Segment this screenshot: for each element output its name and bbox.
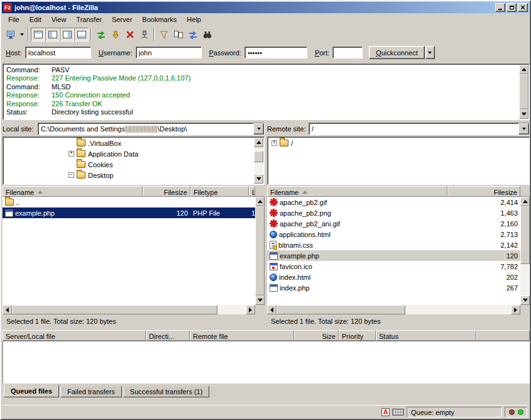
menu-edit[interactable]: Edit [25, 14, 47, 25]
password-input[interactable] [244, 47, 307, 58]
tree-item[interactable]: -Desktop [3, 170, 254, 180]
transfer-mode-icon[interactable]: A [381, 408, 390, 416]
tree-item[interactable]: .VirtualBox [3, 138, 254, 148]
toggle-message-log-button[interactable] [31, 28, 45, 41]
scroll-thumb[interactable] [520, 206, 530, 264]
column-header-filename[interactable]: Filename [3, 186, 143, 197]
table-row[interactable]: .. [3, 197, 255, 207]
scroll-up-button[interactable] [520, 197, 530, 206]
menu-view[interactable]: View [47, 14, 72, 25]
menu-transfer[interactable]: Transfer [71, 14, 107, 25]
table-row[interactable]: index.php 267 [267, 282, 520, 293]
queue-column-priority[interactable]: Priority [339, 330, 376, 341]
table-row[interactable]: apache_pb2.png 1,463 [267, 207, 520, 218]
quickconnect-button[interactable]: Quickconnect [369, 46, 425, 59]
toggle-local-tree-button[interactable] [45, 28, 60, 41]
menu-server[interactable]: Server [107, 14, 137, 25]
table-row[interactable]: applications.html 2,713 [267, 229, 520, 240]
queue-column-server-local-file[interactable]: Server/Local file [3, 330, 146, 341]
scroll-thumb[interactable] [276, 305, 405, 314]
scroll-down-button[interactable] [255, 296, 265, 305]
tree-item[interactable]: +Application Data [3, 148, 254, 159]
remote-site-dropdown-button[interactable] [518, 123, 529, 135]
queue-column-remote-file[interactable]: Remote file [190, 330, 294, 341]
disconnect-button[interactable] [137, 28, 151, 41]
queue-column-status[interactable]: Status [376, 330, 476, 341]
scroll-left-button[interactable] [267, 305, 276, 314]
scroll-down-button[interactable] [519, 109, 528, 119]
remote-list-vscrollbar[interactable] [520, 197, 530, 305]
table-row-selected[interactable]: example.php 120 [267, 250, 520, 261]
local-list-hscrollbar[interactable] [3, 305, 255, 314]
scroll-thumb[interactable] [519, 74, 528, 109]
quickconnect-dropdown-button[interactable] [425, 46, 435, 59]
username-input[interactable] [136, 47, 202, 58]
scroll-track[interactable] [276, 305, 511, 314]
host-input[interactable] [25, 47, 91, 58]
tab-successful-transfers[interactable]: Successful transfers (1) [123, 386, 210, 397]
menu-help[interactable]: Help [182, 14, 206, 25]
column-header-last-modified[interactable]: L [249, 186, 255, 197]
table-row[interactable]: index.html 202 [267, 272, 520, 282]
column-header-filesize[interactable]: Filesize [143, 186, 190, 197]
local-site-dropdown-button[interactable] [253, 123, 264, 135]
scroll-track[interactable] [255, 206, 265, 296]
tree-expander[interactable]: - [68, 172, 74, 178]
compare-directories-button[interactable] [171, 28, 185, 41]
maximize-button[interactable] [506, 3, 517, 12]
queue-column-size[interactable]: Size [294, 330, 339, 341]
tab-queued-files[interactable]: Queued files [4, 385, 59, 397]
scroll-down-button[interactable] [520, 296, 530, 305]
scroll-right-button[interactable] [511, 305, 520, 314]
menu-bookmarks[interactable]: Bookmarks [137, 14, 182, 25]
column-header-filetype[interactable]: Filetype [190, 186, 249, 197]
filter-button[interactable] [156, 28, 171, 41]
local-site-combobox[interactable]: C:\Documents and Settings\Desktop\ [38, 123, 265, 135]
scroll-thumb[interactable] [254, 151, 263, 162]
remote-site-combobox[interactable]: / [309, 123, 530, 135]
table-row-selected[interactable]: example.php 120 PHP File 1 [3, 207, 255, 218]
site-manager-dropdown-button[interactable] [18, 28, 26, 41]
minimize-button[interactable] [495, 3, 505, 12]
scroll-track[interactable] [254, 147, 263, 174]
scroll-up-button[interactable] [255, 197, 265, 206]
table-row[interactable]: apache_pb2_ani.gif 2,160 [267, 218, 520, 229]
tree-item[interactable]: +/ [268, 138, 528, 148]
close-button[interactable]: × [518, 3, 528, 12]
process-queue-button[interactable] [108, 28, 123, 41]
tree-item[interactable]: Cookies [3, 159, 254, 170]
column-header-filesize[interactable]: Filesize [447, 186, 520, 197]
table-row[interactable]: favicon.ico 7,782 [267, 261, 520, 272]
scroll-track[interactable] [12, 305, 246, 314]
local-list-vscrollbar[interactable] [255, 197, 265, 305]
table-row[interactable]: apache_pb2.gif 2,414 [267, 197, 520, 207]
remote-list-hscrollbar[interactable] [267, 305, 520, 314]
scroll-thumb[interactable] [12, 305, 217, 314]
table-row[interactable]: bitnami.css 2,142 [267, 240, 520, 250]
menu-file[interactable]: File [3, 14, 25, 25]
scroll-up-button[interactable] [254, 138, 263, 147]
toggle-remote-tree-button[interactable] [60, 28, 74, 41]
scroll-left-button[interactable] [3, 305, 12, 314]
port-input[interactable] [332, 47, 363, 58]
site-manager-button[interactable] [4, 28, 18, 41]
tab-failed-transfers[interactable]: Failed transfers [60, 386, 122, 397]
cancel-button[interactable] [123, 28, 137, 41]
toggle-transfer-queue-button[interactable] [74, 28, 89, 41]
scroll-thumb[interactable] [255, 206, 265, 296]
scroll-track[interactable] [519, 74, 528, 109]
column-header-filename[interactable]: Filename [267, 186, 447, 197]
scroll-down-button[interactable] [254, 174, 263, 184]
synchronized-browsing-button[interactable] [185, 28, 200, 41]
refresh-button[interactable] [94, 28, 108, 41]
keypad-icon[interactable] [392, 409, 404, 416]
scroll-track[interactable] [520, 206, 530, 296]
find-files-button[interactable] [200, 28, 214, 41]
queue-list-body[interactable] [3, 341, 530, 384]
queue-column-direction[interactable]: Directi... [146, 330, 190, 341]
local-tree-scrollbar[interactable] [254, 138, 263, 184]
tree-expander[interactable]: + [68, 151, 74, 157]
scroll-right-button[interactable] [246, 305, 255, 314]
scroll-up-button[interactable] [519, 65, 528, 74]
tree-expander[interactable]: + [271, 140, 277, 146]
